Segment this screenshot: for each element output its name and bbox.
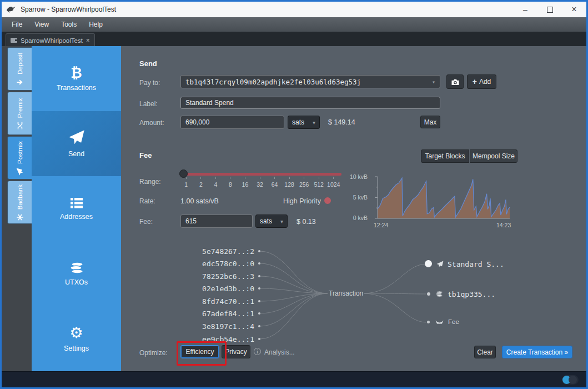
analysis-link[interactable]: Analysis...: [264, 348, 295, 356]
theme-toggle[interactable]: [562, 375, 579, 385]
sidebar-item-send[interactable]: Send: [32, 111, 121, 176]
tick-label: 1: [179, 177, 194, 188]
tick-label: 2: [194, 177, 209, 188]
chart-ytick-5: 5 kvB: [345, 194, 368, 201]
account-tab-label: Deposit: [17, 53, 23, 74]
account-tab-badbank[interactable]: Badbank: [7, 181, 32, 224]
label-label: Label:: [139, 100, 158, 108]
maximize-button[interactable]: [537, 2, 562, 17]
chevron-down-icon: ▾: [313, 119, 315, 126]
fee-amount-label: Fee:: [139, 218, 153, 226]
amount-input[interactable]: 690,000: [180, 116, 284, 129]
amount-unit: sats: [292, 118, 304, 126]
account-tabs: Deposit Premix Postmix Badbank: [7, 46, 32, 371]
chevron-down-icon[interactable]: ▾: [432, 79, 435, 85]
send-plane-icon: [16, 168, 24, 176]
fee-input[interactable]: 615: [180, 215, 253, 228]
payto-address: tb1q43l7crqyl09m02apdhjke2fel03u6ld63eg5…: [185, 78, 361, 86]
rate-value: 1.00 sats/vB: [180, 197, 219, 205]
input-bullet: [258, 287, 260, 290]
sidebar-item-label: Transactions: [57, 84, 96, 92]
amount-unit-select[interactable]: sats ▾: [288, 116, 320, 129]
create-transaction-button[interactable]: Create Transaction »: [502, 346, 572, 358]
max-button[interactable]: Max: [420, 116, 440, 128]
add-recipient-button[interactable]: + Add: [467, 74, 496, 89]
privacy-button[interactable]: Privacy: [222, 345, 250, 358]
fee-header: Fee: [139, 151, 152, 159]
scan-qr-button[interactable]: [446, 74, 464, 89]
close-button[interactable]: ×: [562, 2, 586, 17]
account-tab-premix[interactable]: Premix: [7, 92, 32, 135]
sidebar-item-utxos[interactable]: UTXOs: [32, 241, 121, 306]
menu-bar: File View Tools Help: [2, 17, 586, 32]
account-tab-deposit[interactable]: Deposit: [7, 47, 32, 91]
moon-shadow: [569, 376, 577, 384]
sidebar-item-label: Addresses: [60, 213, 93, 221]
menu-view[interactable]: View: [34, 21, 49, 28]
sidebar-item-settings[interactable]: ⚙ Settings: [32, 306, 121, 371]
tick-label: 8: [223, 177, 238, 188]
send-panel: Send Pay to: tb1q43l7crqyl09m02apdhjke2f…: [121, 46, 586, 371]
wallet-tab-label: SparrowWhirlpoolTest: [21, 37, 83, 44]
sidebar-item-addresses[interactable]: Addresses: [32, 176, 121, 241]
add-button-label: Add: [479, 78, 491, 86]
input-bullet: [258, 250, 260, 252]
list-icon: [69, 197, 84, 209]
fee-range-slider-track[interactable]: [183, 173, 341, 176]
input-bullet: [258, 338, 260, 340]
maximize-icon: [547, 7, 553, 13]
account-tab-postmix[interactable]: Postmix: [7, 136, 32, 179]
priority-label: High Priority: [283, 197, 321, 205]
menu-tools[interactable]: Tools: [61, 21, 77, 28]
send-plane-icon: [68, 129, 85, 146]
tab-close-icon[interactable]: ×: [86, 37, 90, 44]
minimize-button[interactable]: –: [513, 2, 537, 17]
range-label: Range:: [139, 178, 161, 186]
sidebar-item-label: Send: [68, 150, 84, 158]
shuffle-icon: [16, 122, 24, 129]
mempool-size-toggle[interactable]: Mempool Size: [470, 149, 517, 163]
chart-ytick-10: 10 kvB: [345, 173, 368, 180]
optimize-label: Optimize:: [139, 349, 168, 357]
tick-label: 128: [282, 177, 297, 188]
wallet-tab-bar: SparrowWhirlpoolTest ×: [2, 32, 586, 46]
fee-value: 615: [185, 217, 197, 225]
wallet-tab[interactable]: SparrowWhirlpoolTest ×: [6, 33, 95, 47]
sparrow-logo-icon: [6, 5, 16, 14]
tx-input: 02e1ed3b..:0: [177, 285, 254, 292]
sidebar-item-transactions[interactable]: ₿ Transactions: [32, 46, 121, 111]
tick-label: 32: [253, 177, 268, 188]
clear-button[interactable]: Clear: [474, 346, 496, 358]
input-bullet: [258, 300, 260, 302]
input-bullet: [258, 312, 260, 315]
output-bullet-selected: [425, 260, 432, 267]
tx-input: 67adef84..:1: [177, 310, 254, 317]
fee-icon: [435, 320, 444, 325]
tx-output-change: tb1qp335...: [448, 290, 495, 298]
tick-label: 1024: [326, 177, 341, 188]
account-tab-label: Postmix: [17, 141, 23, 164]
tick-label: 4: [208, 177, 223, 188]
title-bar: Sparrow - SparrowWhirlpoolTest – ×: [2, 2, 586, 17]
coins-icon: [435, 291, 443, 297]
privacy-label: Privacy: [225, 348, 247, 356]
payto-combobox[interactable]: tb1q43l7crqyl09m02apdhjke2fel03u6ld63eg5…: [180, 75, 440, 88]
tx-input: 5e748267..:2: [177, 247, 254, 255]
efficiency-button[interactable]: Efficiency: [180, 345, 219, 358]
chart-ytick-0: 0 kvB: [345, 215, 368, 221]
tx-output-payment: Standard S...: [448, 260, 504, 268]
output-bullet: [427, 321, 430, 323]
mempool-size-label: Mempool Size: [473, 152, 515, 160]
left-strip: [2, 46, 7, 371]
label-input[interactable]: Standard Spend: [180, 97, 440, 109]
target-blocks-toggle[interactable]: Target Blocks: [421, 149, 469, 163]
payto-label: Pay to:: [139, 79, 160, 87]
mempool-chart: [371, 174, 511, 223]
menu-file[interactable]: File: [12, 21, 22, 28]
info-icon: i: [254, 348, 261, 355]
output-bullet: [427, 292, 430, 296]
amount-value: 690,000: [185, 118, 209, 126]
transaction-node: Transaction: [328, 290, 364, 297]
menu-help[interactable]: Help: [89, 21, 103, 28]
fee-unit-select[interactable]: sats ▾: [255, 215, 288, 228]
